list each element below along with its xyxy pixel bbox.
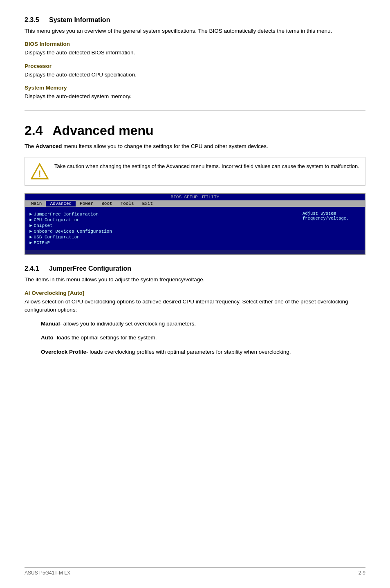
- section-241: 2.4.1 JumperFree Configuration The items…: [25, 265, 365, 356]
- option-manual-desc: - allows you to individually set overclo…: [60, 321, 196, 327]
- bios-entry-jumperfree-label: JumperFree Configuration: [34, 212, 99, 217]
- bios-menu-power[interactable]: Power: [76, 201, 97, 206]
- section-241-heading: JumperFree Configuration: [49, 265, 131, 272]
- intro-post: menu items allow you to change the setti…: [62, 143, 268, 149]
- intro-pre: The: [25, 143, 36, 149]
- section-235-title: 2.3.5 System Information: [25, 16, 365, 24]
- option-profile-desc: - loads overclocking profiles with optim…: [86, 349, 291, 355]
- bios-menu-bar: Main Advanced Power Boot Tools Exit: [25, 200, 365, 207]
- bios-right-panel: Adjust System frequency/voltage.: [299, 209, 365, 248]
- intro-bold: Advanced: [36, 143, 62, 149]
- bios-entry-onboard-label: Onboard Devices Configuration: [34, 229, 112, 234]
- bios-sidebar-text: Adjust System frequency/voltage.: [303, 211, 349, 221]
- option-manual-text: Manual- allows you to individually set o…: [41, 320, 365, 328]
- bios-entry-jumperfree[interactable]: ► JumperFree Configuration: [29, 212, 295, 217]
- section-241-intro: The items in this menu allows you to adj…: [25, 276, 365, 284]
- bios-arrow-chipset: ►: [29, 223, 32, 228]
- bios-arrow-pcipnp: ►: [29, 240, 32, 245]
- system-memory-subsection: System Memory Displays the auto-detected…: [25, 85, 365, 101]
- bios-screen: BIOS SETUP UTILITY Main Advanced Power B…: [25, 193, 365, 255]
- bios-menu-exit[interactable]: Exit: [138, 201, 157, 206]
- bios-arrow-cpu: ►: [29, 218, 32, 222]
- section-24-title: 2.4Advanced menu: [25, 123, 365, 138]
- section-divider: [25, 110, 365, 111]
- bios-left-panel: ► JumperFree Configuration ► CPU Configu…: [25, 209, 299, 248]
- footer-left: ASUS P5G41T-M LX: [25, 570, 70, 576]
- footer: ASUS P5G41T-M LX 2-9: [25, 567, 365, 576]
- bios-header: BIOS SETUP UTILITY: [25, 194, 365, 200]
- option-manual-term: Manual: [41, 321, 60, 327]
- bios-entry-cpu-label: CPU Configuration: [34, 218, 80, 222]
- ai-overclocking-heading: Ai Overclocking [Auto]: [25, 290, 365, 296]
- section-24: 2.4Advanced menu The Advanced menu items…: [25, 123, 365, 255]
- option-profile-term: Overclock Profile: [41, 349, 86, 355]
- section-241-title: 2.4.1 JumperFree Configuration: [25, 265, 365, 272]
- option-auto-term: Auto: [41, 334, 54, 341]
- overclocking-option-profile: Overclock Profile- loads overclocking pr…: [41, 348, 365, 356]
- bios-entry-pcipnp-label: PCIPnP: [34, 240, 50, 245]
- bios-arrow-onboard: ►: [29, 229, 32, 234]
- caution-box: ! Take caution when changing the setting…: [25, 157, 365, 186]
- bios-menu-tools[interactable]: Tools: [117, 201, 138, 206]
- option-auto-desc: - loads the optimal settings for the sys…: [54, 334, 157, 341]
- bios-shadow: [25, 250, 365, 254]
- section-235-intro: This menu gives you an overview of the g…: [25, 27, 365, 35]
- system-memory-heading: System Memory: [25, 85, 365, 91]
- bios-arrow-usb: ►: [29, 235, 32, 240]
- bios-content: ► JumperFree Configuration ► CPU Configu…: [25, 207, 365, 250]
- bios-menu-boot[interactable]: Boot: [97, 201, 116, 206]
- section-235: 2.3.5 System Information This menu gives…: [25, 16, 365, 101]
- section-24-number: 2.4: [25, 123, 43, 138]
- svg-text:!: !: [38, 168, 41, 179]
- caution-text: Take caution when changing the settings …: [54, 162, 359, 171]
- bios-entry-chipset-label: Chipset: [34, 223, 53, 228]
- bios-menu-advanced[interactable]: Advanced: [46, 201, 76, 206]
- bios-entry-usb[interactable]: ► USB Configuration: [29, 235, 295, 240]
- bios-menu-main[interactable]: Main: [27, 201, 46, 206]
- section-235-heading: System Information: [49, 16, 110, 23]
- bios-entry-usb-label: USB Configuration: [34, 235, 80, 240]
- bios-arrow-jumperfree: ►: [29, 212, 32, 217]
- bios-entry-onboard[interactable]: ► Onboard Devices Configuration: [29, 229, 295, 234]
- overclocking-option-auto: Auto- loads the optimal settings for the…: [41, 334, 365, 342]
- processor-text: Displays the auto-detected CPU specifica…: [25, 71, 365, 79]
- section-24-intro: The Advanced menu items allow you to cha…: [25, 142, 365, 150]
- option-auto-text: Auto- loads the optimal settings for the…: [41, 334, 365, 342]
- section-24-heading: Advanced menu: [52, 123, 153, 138]
- caution-icon: !: [31, 162, 49, 180]
- section-235-number: 2.3.5: [25, 16, 39, 23]
- bios-information-heading: BIOS Information: [25, 41, 365, 47]
- bios-entry-cpu[interactable]: ► CPU Configuration: [29, 218, 295, 222]
- processor-heading: Processor: [25, 63, 365, 69]
- ai-overclocking-intro: Allows selection of CPU overclocking opt…: [25, 298, 365, 314]
- section-241-number: 2.4.1: [25, 265, 39, 272]
- overclocking-option-manual: Manual- allows you to individually set o…: [41, 320, 365, 328]
- bios-information-text: Displays the auto-detected BIOS informat…: [25, 49, 365, 57]
- bios-information-subsection: BIOS Information Displays the auto-detec…: [25, 41, 365, 57]
- footer-right: 2-9: [359, 570, 365, 576]
- processor-subsection: Processor Displays the auto-detected CPU…: [25, 63, 365, 79]
- system-memory-text: Displays the auto-detected system memory…: [25, 92, 365, 101]
- bios-entry-pcipnp[interactable]: ► PCIPnP: [29, 240, 295, 245]
- option-profile-text: Overclock Profile- loads overclocking pr…: [41, 348, 365, 356]
- bios-entry-chipset[interactable]: ► Chipset: [29, 223, 295, 228]
